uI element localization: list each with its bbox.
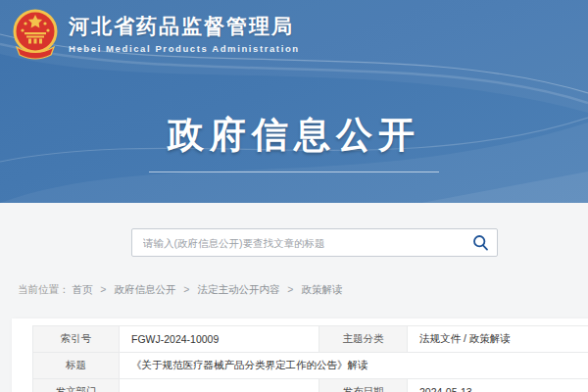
field-value-title: 《关于规范医疗器械产品分类界定工作的公告》解读 [120,353,588,379]
field-value-publish-date: 2024-05-13 [408,379,588,392]
field-label-issuing-department: 发文部门 [33,379,120,392]
search-box [131,228,498,257]
field-value-issuing-department [120,379,319,392]
search-input[interactable] [132,237,464,249]
page-title: 政府信息公开 [0,111,588,160]
table-row: 发文部门 发布日期 2024-05-13 [33,379,588,392]
breadcrumb: 当前位置： 首页 > 政府信息公开 > 法定主动公开内容 > 政策解读 [18,283,342,297]
table-row: 标题 《关于规范医疗器械产品分类界定工作的公告》解读 [33,353,588,379]
breadcrumb-separator: > [287,283,293,295]
breadcrumb-separator: > [100,283,106,295]
field-label-topic-category: 主题分类 [319,326,408,353]
main-content: 当前位置： 首页 > 政府信息公开 > 法定主动公开内容 > 政策解读 索引号 … [0,203,588,392]
top-banner: 河北省药品监督管理局 Hebei Medical Products Admini… [0,0,588,203]
title-underline [149,172,439,172]
org-name-en: Hebei Medical Products Administration [69,43,300,54]
page: 河北省药品监督管理局 Hebei Medical Products Admini… [0,0,588,392]
field-label-publish-date: 发布日期 [319,379,408,392]
org-name-zh: 河北省药品监督管理局 [69,15,300,38]
field-label-index-no: 索引号 [33,326,120,353]
field-value-index-no: FGWJ-2024-10009 [120,326,319,353]
breadcrumb-item-home[interactable]: 首页 [72,283,92,295]
breadcrumb-item-statutory-disclosure[interactable]: 法定主动公开内容 [197,283,279,295]
search-button[interactable] [464,229,497,256]
search-icon [472,234,489,251]
document-meta-card: 索引号 FGWJ-2024-10009 主题分类 法规文件 / 政策解读 标题 … [12,318,588,392]
breadcrumb-item-info-disclosure[interactable]: 政府信息公开 [114,283,175,295]
breadcrumb-separator: > [183,283,189,295]
field-value-topic-category: 法规文件 / 政策解读 [408,326,588,353]
field-label-title: 标题 [33,353,120,379]
site-header: 河北省药品监督管理局 Hebei Medical Products Admini… [10,8,300,61]
table-row: 索引号 FGWJ-2024-10009 主题分类 法规文件 / 政策解读 [33,326,588,353]
breadcrumb-item-policy-interpretation[interactable]: 政策解读 [301,283,342,295]
national-emblem-icon [10,8,61,61]
breadcrumb-label: 当前位置： [18,283,70,295]
info-table: 索引号 FGWJ-2024-10009 主题分类 法规文件 / 政策解读 标题 … [32,325,588,392]
